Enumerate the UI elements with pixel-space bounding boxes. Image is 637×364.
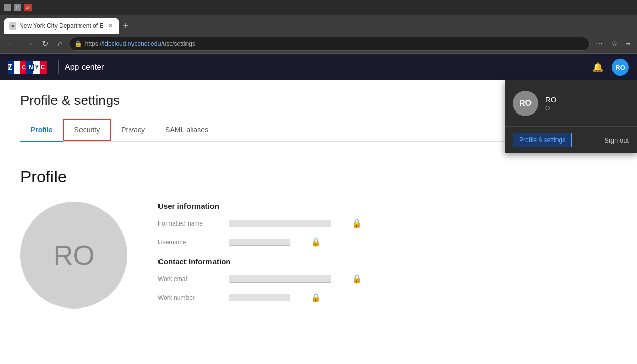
contact-section: Contact Information Work email 🔒 Work nu… <box>158 257 617 302</box>
address-bar-area: ← → ↻ ⌂ 🔒 https://idpcloud.nycenet.edu/u… <box>0 34 637 54</box>
user-info-section: User information Formatted name 🔒 Userna… <box>158 202 617 312</box>
tab-saml[interactable]: SAML aliases <box>155 119 219 141</box>
user-dropdown-menu: RO RO O Profile & settings Sign out <box>505 80 637 153</box>
formatted-name-label: Formatted name <box>158 220 219 227</box>
tab-title: New York City Department of E <box>19 22 103 30</box>
work-email-lock-icon: 🔒 <box>352 274 362 284</box>
close-button[interactable]: ✕ <box>24 4 32 11</box>
work-email-value <box>229 275 331 283</box>
work-email-row: Work email 🔒 <box>158 274 617 284</box>
secure-icon: 🔒 <box>74 40 82 47</box>
address-bar[interactable]: 🔒 https://idpcloud.nycenet.edu/usc/setti… <box>69 37 590 51</box>
home-button[interactable]: ⌂ <box>55 37 66 50</box>
forward-button[interactable]: → <box>21 37 36 50</box>
work-number-lock-icon: 🔒 <box>311 293 321 302</box>
tab-favicon: ■ <box>9 22 16 30</box>
window-controls: – □ ✕ <box>4 4 32 11</box>
username-label: Username <box>158 239 219 246</box>
user-information-label: User information <box>158 202 617 210</box>
profile-heading: Profile <box>20 167 617 186</box>
title-bar: – □ ✕ <box>0 0 637 15</box>
tab-profile[interactable]: Profile <box>20 119 63 141</box>
dropdown-user-name: RO <box>545 95 557 104</box>
work-number-label: Work number <box>158 294 219 301</box>
user-avatar-button[interactable]: RO <box>612 59 629 76</box>
dropdown-avatar: RO <box>513 91 538 116</box>
profile-section: Profile RO User information Formatted na… <box>20 157 617 332</box>
back-button[interactable]: ← <box>4 37 18 50</box>
tab-close-button[interactable]: ✕ <box>107 21 114 31</box>
work-number-row: Work number 🔒 <box>158 293 617 302</box>
app-bar: N Y C N Y C App center 🔔 RO RO RO O <box>0 54 637 80</box>
url-display: https://idpcloud.nycenet.edu/usc/setting… <box>85 40 584 47</box>
username-value <box>229 239 290 246</box>
tab-security[interactable]: Security <box>63 119 112 141</box>
sign-out-button[interactable]: Sign out <box>604 136 629 144</box>
browser-tab[interactable]: ■ New York City Department of E ✕ <box>4 18 119 34</box>
app-title: App center <box>65 63 592 72</box>
app-bar-actions: 🔔 RO <box>592 59 629 76</box>
app-bar-divider <box>58 60 59 74</box>
dropdown-user-info: RO O <box>545 95 557 112</box>
dropdown-user-sub: O <box>545 105 557 112</box>
reload-button[interactable]: ↻ <box>39 37 51 50</box>
tab-bar: ■ New York City Department of E ✕ + <box>0 15 637 34</box>
bookmark-button[interactable]: ☆ <box>608 38 621 50</box>
username-row: Username 🔒 <box>158 237 617 247</box>
notifications-button[interactable]: 🔔 <box>592 62 603 73</box>
contact-label: Contact Information <box>158 257 617 266</box>
nyc-logo: N Y C <box>8 61 26 74</box>
work-number-value <box>229 294 290 301</box>
profile-settings-link[interactable]: Profile & settings <box>513 133 572 147</box>
tab-privacy[interactable]: Privacy <box>111 119 155 141</box>
profile-avatar: RO <box>20 202 127 309</box>
reading-list-button[interactable]: ┉ <box>623 38 633 50</box>
browser-actions: ⋯ ☆ ┉ <box>593 38 633 50</box>
browser-window: – □ ✕ ■ New York City Department of E ✕ … <box>0 0 637 364</box>
extensions-button[interactable]: ⋯ <box>593 38 606 50</box>
profile-body: RO User information Formatted name 🔒 Use… <box>20 202 617 312</box>
formatted-name-row: Formatted name 🔒 <box>158 218 617 228</box>
new-tab-button[interactable]: + <box>119 18 132 34</box>
dropdown-actions: Profile & settings Sign out <box>505 127 637 153</box>
dropdown-user-section: RO RO O <box>505 80 637 127</box>
maximize-button[interactable]: □ <box>14 4 21 11</box>
formatted-name-lock-icon: 🔒 <box>352 218 362 228</box>
work-email-label: Work email <box>158 275 219 283</box>
minimize-button[interactable]: – <box>4 4 11 11</box>
formatted-name-value <box>229 220 331 227</box>
username-lock-icon: 🔒 <box>311 237 321 247</box>
